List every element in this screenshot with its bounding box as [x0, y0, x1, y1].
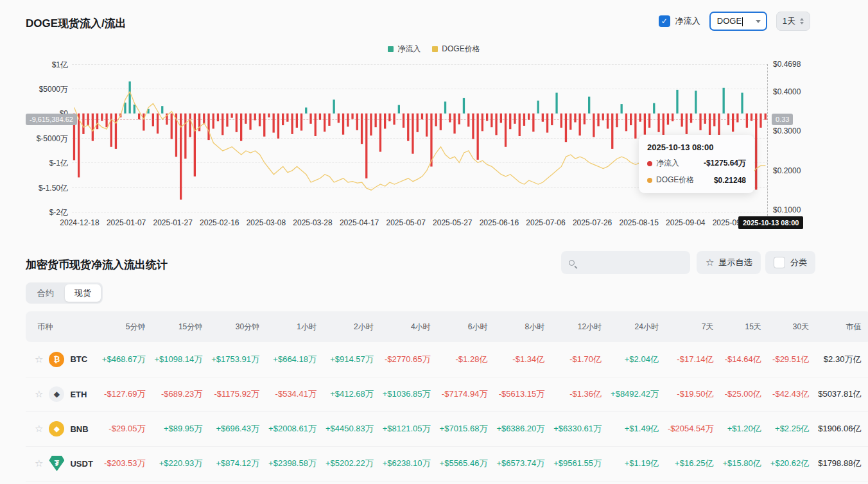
tab-spot[interactable]: 现货 [65, 284, 101, 302]
left-axis-tick: $1亿 [19, 60, 68, 71]
netflow-value-cell: -$127.69万 [102, 377, 155, 411]
netflow-value-cell: +$4450.83万 [326, 411, 383, 446]
gridline [72, 212, 768, 212]
text-cursor [742, 17, 743, 26]
column-header[interactable]: 4小时 [383, 311, 440, 342]
netflow-value-cell: -$7174.94万 [440, 377, 497, 411]
column-header[interactable]: 8小时 [496, 311, 553, 342]
show-favorites-label: 显示自选 [718, 257, 752, 268]
netflow-value-cell: +$2.25亿 [770, 411, 818, 446]
netflow-value-cell: +$1753.91万 [211, 342, 268, 377]
favorite-star-icon[interactable]: ☆ [35, 458, 43, 469]
netflow-value-cell: +$412.68万 [326, 377, 383, 411]
netflow-value-cell: +$5202.22万 [326, 446, 383, 481]
search-icon [569, 260, 575, 266]
favorite-star-icon[interactable]: ☆ [35, 354, 43, 365]
netflow-value-cell: +$874.12万 [211, 446, 268, 481]
show-favorites-button[interactable]: ☆ 显示自选 [697, 251, 761, 274]
column-header[interactable]: 5分钟 [102, 311, 155, 342]
netflow-value-cell: -$29.51亿 [770, 342, 818, 377]
netflow-checkbox[interactable]: ✓ [659, 15, 670, 27]
netflow-value-cell: +$6238.10万 [383, 446, 440, 481]
chart-title: DOGE现货流入/流出 [26, 16, 126, 31]
netflow-value-cell: -$689.23万 [154, 377, 211, 411]
favorite-star-icon[interactable]: ☆ [35, 388, 43, 400]
netflow-value-cell: -$203.53万 [102, 446, 155, 481]
eth-coin-icon: ◆ [49, 386, 64, 402]
netflow-value-cell: +$696.43万 [211, 411, 268, 446]
left-axis-crosshair-chip: -9,615,384.62 [26, 114, 77, 125]
tooltip-row-price: DOGE价格 $0.21248 [647, 175, 746, 186]
legend-label-price: DOGE价格 [442, 44, 480, 55]
x-axis-tick: 2025-02-16 [200, 218, 239, 227]
netflow-value-cell: +$8121.05万 [383, 411, 440, 446]
netflow-value-cell: +$220.93万 [154, 446, 211, 481]
legend-item-netflow[interactable]: 净流入 [388, 44, 421, 55]
period-select[interactable]: 1天 [776, 12, 810, 31]
bnb-coin-icon: ◆ [49, 421, 64, 436]
page: DOGE现货流入/流出 ✓ 净流入 DOGE 1天 净流入 DOGE价格 $1亿… [0, 0, 868, 484]
symbol-select-value: DOGE [717, 16, 742, 26]
tab-futures[interactable]: 合约 [28, 284, 64, 302]
chart-controls: ✓ 净流入 DOGE 1天 [659, 12, 810, 31]
netflow-checkbox-group[interactable]: ✓ 净流入 [659, 15, 700, 27]
netflow-value-cell: -$14.64亿 [722, 342, 770, 377]
x-axis-tick: 2025-05-27 [433, 218, 472, 227]
table-row[interactable]: ☆₿BTC+$468.67万+$1098.14万+$1753.91万+$664.… [26, 342, 868, 377]
table-row[interactable]: ☆₮USDT-$203.53万+$220.93万+$874.12万+$2398.… [26, 446, 868, 481]
netflow-value-cell: +$1.20亿 [722, 411, 770, 446]
netflow-value-cell: +$914.57万 [326, 342, 383, 377]
column-header[interactable]: 1小时 [268, 311, 326, 342]
crosshair-horizontal [72, 119, 768, 120]
legend-item-price[interactable]: DOGE价格 [432, 44, 480, 55]
column-header[interactable]: 市值 [818, 311, 868, 342]
right-axis-tick: $0.3000 [773, 126, 801, 135]
netflow-value-cell: +$6573.74万 [496, 446, 553, 481]
x-axis-tick: 2025-09-04 [666, 218, 705, 227]
chart-legend: 净流入 DOGE价格 [0, 44, 868, 55]
netflow-value-cell: +$2.04亿 [611, 342, 668, 377]
netflow-table: 币种5分钟15分钟30分钟1小时2小时4小时6小时8小时12小时24小时7天15… [26, 311, 868, 481]
netflow-value-cell: -$19.50亿 [668, 377, 723, 411]
left-axis-tick: $-5000万 [19, 134, 68, 144]
column-header[interactable]: 2小时 [326, 311, 383, 342]
btc-coin-icon: ₿ [49, 352, 64, 367]
x-axis-tick: 2025-08-15 [619, 218, 658, 227]
column-header[interactable]: 币种 [26, 311, 102, 342]
table-row[interactable]: ☆◆BNB-$29.05万+$89.95万+$696.43万+$2008.61万… [26, 411, 868, 446]
x-axis-tick: 2025-05-07 [386, 218, 425, 227]
market-cap-cell: $1798.88亿 [818, 446, 868, 481]
search-input[interactable] [581, 258, 677, 268]
chevron-down-icon [756, 20, 761, 23]
netflow-value-cell: +$89.95万 [154, 411, 211, 446]
category-checkbox[interactable] [774, 257, 785, 268]
favorite-star-icon[interactable]: ☆ [35, 423, 43, 435]
netflow-value-cell: +$1036.85万 [383, 377, 440, 411]
right-axis-tick: $0.1000 [773, 205, 801, 214]
netflow-value-cell: +$7015.68万 [440, 411, 497, 446]
netflow-value-cell: -$2054.54万 [668, 411, 723, 446]
category-label: 分类 [790, 257, 807, 268]
search-box[interactable] [561, 251, 690, 274]
x-axis-tick: 2024-12-18 [60, 218, 99, 227]
column-header[interactable]: 30分钟 [211, 311, 268, 342]
column-header[interactable]: 24小时 [611, 311, 668, 342]
x-axis-tick: 2025-07-06 [526, 218, 565, 227]
market-cap-cell: $5037.81亿 [818, 377, 868, 411]
coin-cell: ☆◆BNB [35, 421, 93, 436]
netflow-value-cell: -$1.36亿 [553, 377, 611, 411]
column-header[interactable]: 15分钟 [154, 311, 211, 342]
netflow-checkbox-label: 净流入 [675, 15, 700, 27]
column-header[interactable]: 30天 [770, 311, 818, 342]
column-header[interactable]: 7天 [668, 311, 723, 342]
date-crosshair-chip: 2025-10-13 08:00 [738, 216, 803, 229]
table-row[interactable]: ☆◆ETH-$127.69万-$689.23万-$1175.92万-$534.4… [26, 377, 868, 411]
column-header[interactable]: 15天 [722, 311, 770, 342]
column-header[interactable]: 6小时 [440, 311, 497, 342]
period-select-value: 1天 [783, 15, 795, 27]
symbol-select[interactable]: DOGE [709, 12, 767, 31]
category-toggle[interactable]: 分类 [765, 251, 815, 274]
left-axis-tick: $-2亿 [19, 207, 68, 218]
column-header[interactable]: 12小时 [553, 311, 611, 342]
market-cap-cell: $2.30万亿 [818, 342, 868, 377]
